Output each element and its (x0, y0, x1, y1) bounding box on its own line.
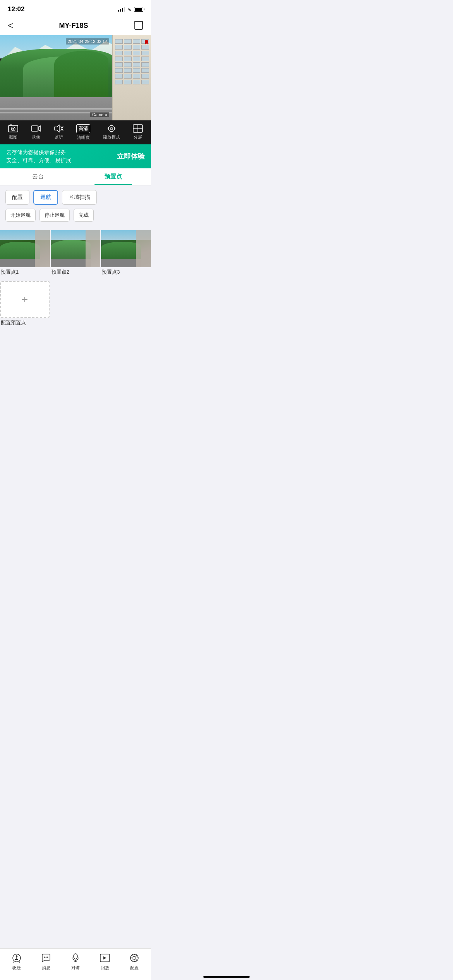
svg-point-10 (108, 125, 115, 132)
building-windows (113, 35, 151, 88)
preset-item-3[interactable]: 预置点3 (101, 230, 151, 277)
cloud-banner: 云存储为您提供录像服务 安全、可靠、方便、易扩展 立即体验 (0, 144, 151, 168)
preset-item-2[interactable]: 预置点2 (51, 230, 101, 277)
toolbar-screenshot-label: 截图 (9, 134, 17, 140)
record-icon (31, 124, 41, 133)
preset-item-1[interactable]: 预置点1 (0, 230, 50, 277)
toolbar-splitscreen-label: 分屏 (134, 134, 142, 140)
toolbar-record-label: 录像 (32, 134, 40, 140)
stop-patrol-button[interactable]: 停止巡航 (39, 209, 70, 222)
toolbar-clarity-label: 清晰度 (77, 135, 90, 140)
camera-feed: 亲善医疗 2021-04-29 12:02:17 Camera (0, 35, 151, 120)
listen-icon (54, 124, 64, 133)
clarity-badge: 高清 (76, 124, 90, 133)
page-title: MY-F18S (59, 22, 88, 30)
tree-canopy3 (54, 51, 108, 97)
screenshot-icon (8, 124, 18, 133)
preset-thumb-3 (101, 230, 151, 267)
control-row-1: 配置 巡航 区域扫描 (5, 190, 146, 205)
status-time: 12:02 (8, 5, 24, 13)
splitscreen-icon (133, 124, 143, 133)
camera-scene: 亲善医疗 2021-04-29 12:02:17 Camera (0, 35, 151, 120)
toolbar-listen[interactable]: 监听 (54, 124, 64, 140)
zoom-icon (106, 124, 117, 133)
add-preset-button[interactable]: + (0, 281, 50, 318)
battery-icon (134, 7, 143, 12)
area-scan-button[interactable]: 区域扫描 (62, 190, 97, 205)
camera-toolbar: 截图 录像 监听 高清 清晰度 缩放模式 (0, 120, 151, 144)
preset-container: 预置点1 预置点2 (0, 230, 151, 336)
preset-label-2: 预置点2 (51, 267, 70, 277)
banner-cta-button[interactable]: 立即体验 (117, 152, 145, 161)
add-preset-plus-icon: + (22, 293, 28, 306)
preset-thumb-1 (0, 230, 50, 267)
done-button[interactable]: 完成 (74, 209, 94, 222)
control-row-2: 开始巡航 停止巡航 完成 (5, 209, 146, 222)
svg-marker-7 (55, 125, 59, 132)
add-preset-label: 配置预置点 (0, 318, 27, 328)
toolbar-screenshot[interactable]: 截图 (8, 124, 18, 140)
svg-rect-0 (135, 22, 142, 29)
content-spacer (0, 336, 151, 347)
preset-grid: 预置点1 预置点2 (0, 230, 151, 281)
camera-timestamp: 2021-04-29 12:02:17 (66, 38, 109, 45)
toolbar-zoom-label: 缩放模式 (103, 134, 120, 140)
toolbar-splitscreen[interactable]: 分屏 (133, 124, 143, 140)
tab-preset[interactable]: 预置点 (76, 168, 151, 185)
banner-line1: 云存储为您提供录像服务 (6, 148, 71, 156)
back-button[interactable]: < (8, 20, 13, 31)
banner-text: 云存储为您提供录像服务 安全、可靠、方便、易扩展 (6, 148, 71, 164)
patrol-button[interactable]: 巡航 (33, 190, 58, 205)
nav-header: < MY-F18S (0, 16, 151, 35)
signal-icon (118, 7, 125, 12)
toolbar-record[interactable]: 录像 (31, 124, 41, 140)
svg-marker-6 (38, 126, 41, 131)
start-patrol-button[interactable]: 开始巡航 (5, 209, 36, 222)
preset-label-3: 预置点3 (101, 267, 120, 277)
toolbar-zoom[interactable]: 缩放模式 (103, 124, 120, 140)
wifi-icon: ∿ (127, 7, 132, 12)
controls-section: 配置 巡航 区域扫描 开始巡航 停止巡航 完成 (0, 185, 151, 230)
fullscreen-icon (134, 21, 143, 30)
toolbar-clarity[interactable]: 高清 清晰度 (76, 124, 90, 140)
camera-label: Camera (90, 112, 109, 117)
svg-rect-5 (31, 126, 38, 131)
status-icons: ∿ (118, 7, 143, 12)
svg-point-11 (110, 127, 113, 130)
banner-line2: 安全、可靠、方便、易扩展 (6, 156, 71, 164)
preset-thumb-2 (51, 230, 101, 267)
tab-bar: 云台 预置点 (0, 168, 151, 185)
config-button[interactable]: 配置 (5, 190, 29, 205)
right-building: 亲善医疗 (112, 35, 151, 120)
preset-label-1: 预置点1 (0, 267, 19, 277)
status-bar: 12:02 ∿ (0, 0, 151, 16)
tab-ptz[interactable]: 云台 (0, 168, 76, 185)
road-marking (0, 108, 114, 110)
svg-point-4 (12, 128, 14, 130)
expand-button[interactable] (134, 21, 143, 30)
toolbar-listen-label: 监听 (55, 134, 63, 140)
add-preset-row: + 配置预置点 (0, 281, 151, 332)
